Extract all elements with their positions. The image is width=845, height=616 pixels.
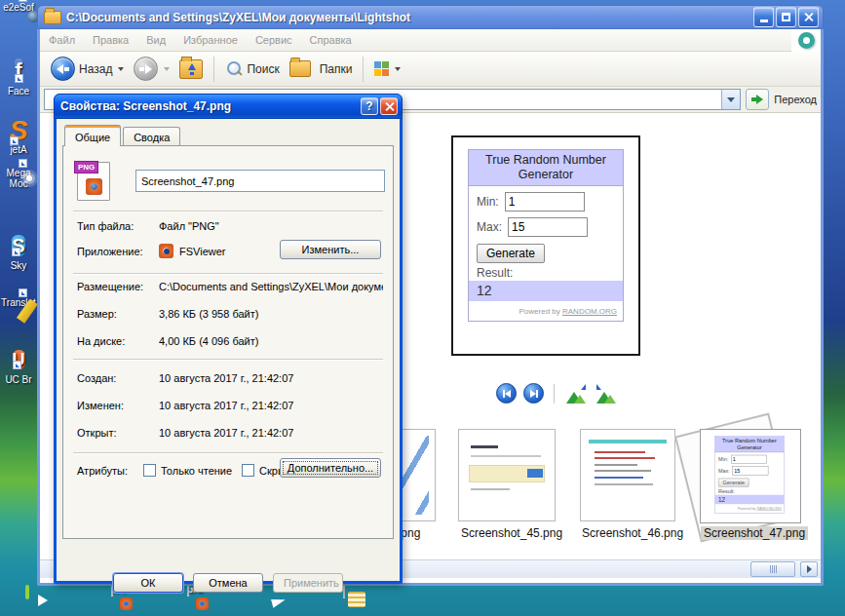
modified-label: Изменен: [77, 400, 159, 411]
image-preview: True Random Number Generator Min: Max: G… [451, 135, 640, 356]
desktop-icon-label: UC Br [0, 374, 37, 385]
desktop-icon-label: jetA [0, 144, 37, 155]
nav-separator [554, 384, 555, 404]
desktop: e2eSof f Face S jetA Mega Moc S Sky Tran… [0, 0, 845, 616]
desktop-icon-media-player[interactable] [9, 587, 46, 597]
png-file-icon: PNG [77, 162, 110, 201]
thumbnail-preview [465, 438, 549, 513]
go-label[interactable]: Переход [774, 94, 817, 105]
explorer-titlebar[interactable]: C:\Documents and Settings\ZyXEL\Мои доку… [37, 5, 824, 29]
thumbnail-47-label[interactable]: Screenshot_47.png [701, 526, 808, 540]
help-button[interactable]: ? [361, 97, 378, 115]
readonly-checkbox[interactable] [143, 464, 156, 477]
menu-favorites[interactable]: Избранное [174, 34, 247, 46]
desktop-icon-translator[interactable]: Translat [0, 297, 37, 308]
next-image-button[interactable] [523, 383, 544, 404]
cancel-button[interactable]: Отмена [193, 573, 263, 593]
thumbnail-45[interactable] [458, 429, 556, 521]
back-button[interactable]: Назад [46, 54, 129, 84]
disk-value: 4,00 КБ (4 096 байт) [159, 335, 383, 347]
trng-widget: True Random Number Generator Min: Max: G… [468, 149, 624, 322]
hidden-checkbox[interactable] [242, 464, 254, 477]
folders-button[interactable]: Папки [285, 58, 358, 80]
desktop-icon-ucbrowser[interactable]: U UC Br [0, 345, 37, 385]
views-button[interactable] [369, 58, 405, 79]
shortcut-arrow-icon [19, 289, 27, 297]
menu-tools[interactable]: Сервис [247, 34, 301, 46]
shortcut-arrow-icon [19, 159, 27, 168]
type-value: Файл "PNG" [159, 220, 383, 232]
views-dropdown-icon [395, 67, 401, 71]
modified-value: 10 августа 2017 г., 21:42:07 [159, 400, 383, 411]
skype-icon: S [12, 235, 24, 256]
shortcut-arrow-icon [15, 74, 23, 83]
desktop-icon-vcam[interactable]: e2eSof [0, 2, 37, 13]
app-label: Приложение: [77, 246, 159, 257]
minimize-button[interactable] [753, 7, 774, 27]
properties-dialog: Свойства: Screenshot_47.png ? Общие Свод… [54, 94, 403, 584]
forward-button[interactable] [129, 54, 174, 84]
search-button[interactable]: Поиск [220, 58, 284, 81]
up-button[interactable] [174, 57, 208, 82]
previous-image-button[interactable] [496, 383, 517, 404]
created-row: Создан: 10 августа 2017 г., 21:42:07 [77, 372, 383, 384]
scrollbar-thumb[interactable] [750, 561, 795, 577]
powered-by-text: Powered by [519, 307, 562, 316]
random-org-link[interactable]: RANDOM.ORG [562, 307, 617, 316]
general-tab-page: PNG Тип файла: Файл "PNG" Приложение: FS… [62, 145, 394, 539]
shortcut-arrow-icon [13, 361, 21, 369]
location-label: Размещение: [77, 281, 159, 292]
rotate-clockwise-button[interactable] [564, 384, 588, 404]
type-label: Тип файла: [77, 220, 159, 232]
folders-icon [289, 60, 311, 77]
change-app-button[interactable]: Изменить... [280, 240, 381, 259]
maximize-button[interactable] [776, 7, 796, 27]
thumbnail-46-label[interactable]: Screenshot_46.png [582, 526, 683, 540]
rotate-counterclockwise-button[interactable] [595, 384, 618, 404]
modified-row: Изменен: 10 августа 2017 г., 21:42:07 [77, 400, 383, 411]
back-label: Назад [79, 62, 112, 76]
desktop-icon-facebook[interactable]: f Face [0, 57, 37, 96]
menu-file[interactable]: Файл [40, 34, 84, 46]
filename-input[interactable] [135, 170, 385, 192]
separator [73, 452, 383, 453]
max-input[interactable] [508, 217, 588, 237]
png-badge: PNG [74, 161, 98, 173]
readonly-label: Только чтение [161, 465, 232, 477]
dialog-titlebar[interactable]: Свойства: Screenshot_47.png ? [54, 94, 403, 119]
desktop-icon-label: Sky [0, 260, 37, 271]
ok-button[interactable]: ОК [113, 573, 183, 593]
menu-help[interactable]: Справка [301, 34, 361, 46]
separator [73, 273, 383, 274]
min-input[interactable] [505, 192, 585, 212]
address-dropdown-button[interactable] [721, 90, 740, 109]
back-arrow-icon [51, 57, 75, 81]
size-label: Размер: [77, 308, 159, 320]
trng-widget-mini: True Random Number Generator Min: Max: G… [714, 436, 785, 514]
forward-arrow-icon [134, 57, 158, 81]
close-button[interactable] [798, 7, 819, 27]
created-label: Создан: [77, 372, 159, 384]
thumbnail-45-label[interactable]: Screenshot_45.png [461, 526, 562, 540]
tab-general[interactable]: Общие [64, 125, 121, 146]
menu-edit[interactable]: Правка [84, 34, 137, 46]
go-arrow-icon [751, 95, 763, 104]
thumbnail-46[interactable] [580, 429, 675, 521]
menu-view[interactable]: Вид [137, 34, 174, 46]
fsviewer-app-icon [159, 244, 173, 258]
scroll-right-button[interactable] [800, 561, 818, 577]
views-icon [374, 61, 389, 76]
apply-button[interactable]: Применить [273, 573, 343, 593]
go-button[interactable] [746, 89, 769, 110]
dialog-close-button[interactable] [380, 97, 398, 115]
desktop-icon-jetaudio[interactable]: S jetA [0, 117, 37, 155]
toolbar-separator [213, 57, 214, 82]
disk-size-row: На диске: 4,00 КБ (4 096 байт) [77, 335, 383, 347]
generate-button[interactable]: Generate [477, 244, 545, 263]
desktop-icon-skype[interactable]: S Sky [0, 231, 37, 271]
desktop-icon-megafon[interactable]: Mega Moc [0, 168, 37, 189]
opened-row: Открыт: 10 августа 2017 г., 21:42:07 [77, 427, 383, 439]
dialog-title: Свойства: Screenshot_47.png [60, 99, 359, 113]
thumbnail-47-selected[interactable]: True Random Number Generator Min: Max: G… [700, 429, 801, 523]
advanced-button[interactable]: Дополнительно... [280, 458, 381, 478]
